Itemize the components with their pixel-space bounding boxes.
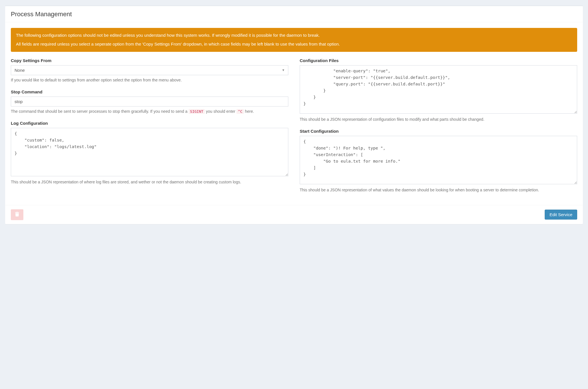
log-config-help: This should be a JSON representation of … [11,179,288,185]
config-files-textarea[interactable] [300,65,577,114]
page-title: Process Management [11,11,577,18]
panel-footer: Edit Service [5,205,583,224]
config-files-label: Configuration Files [300,58,577,63]
left-column: Copy Settings From None ▼ If you would l… [11,58,288,199]
copy-settings-group: Copy Settings From None ▼ If you would l… [11,58,288,83]
panel-body: The following configuration options shou… [5,22,583,205]
alert-line-2: All fields are required unless you selec… [16,41,572,48]
ctrlc-code: ^C [236,109,244,114]
sigint-code: SIGINT [189,109,205,114]
copy-settings-select-wrap: None ▼ [11,65,288,75]
config-files-help: This should be a JSON representation of … [300,116,577,122]
panel-header: Process Management [5,6,583,22]
process-management-panel: Process Management The following configu… [5,6,583,224]
right-column: Configuration Files This should be a JSO… [300,58,577,199]
log-config-textarea[interactable] [11,128,288,176]
start-config-textarea[interactable] [300,136,577,184]
delete-button[interactable] [11,209,23,220]
stop-command-label: Stop Command [11,89,288,94]
alert-line-1: The following configuration options shou… [16,32,572,39]
stop-command-input[interactable] [11,97,288,107]
start-config-label: Start Configuration [300,129,577,134]
start-config-help: This should be a JSON representation of … [300,187,577,193]
config-files-group: Configuration Files This should be a JSO… [300,58,577,122]
copy-settings-label: Copy Settings From [11,58,288,63]
copy-settings-select[interactable]: None [11,65,288,75]
form-row: Copy Settings From None ▼ If you would l… [11,58,577,199]
warning-alert: The following configuration options shou… [11,28,577,52]
start-config-group: Start Configuration This should be a JSO… [300,129,577,193]
edit-service-button[interactable]: Edit Service [545,210,577,220]
trash-icon [15,212,19,217]
copy-settings-help: If you would like to default to settings… [11,77,288,83]
stop-command-help: The command that should be sent to serve… [11,108,288,114]
log-config-label: Log Configuration [11,121,288,126]
stop-command-group: Stop Command The command that should be … [11,89,288,114]
log-config-group: Log Configuration This should be a JSON … [11,121,288,185]
